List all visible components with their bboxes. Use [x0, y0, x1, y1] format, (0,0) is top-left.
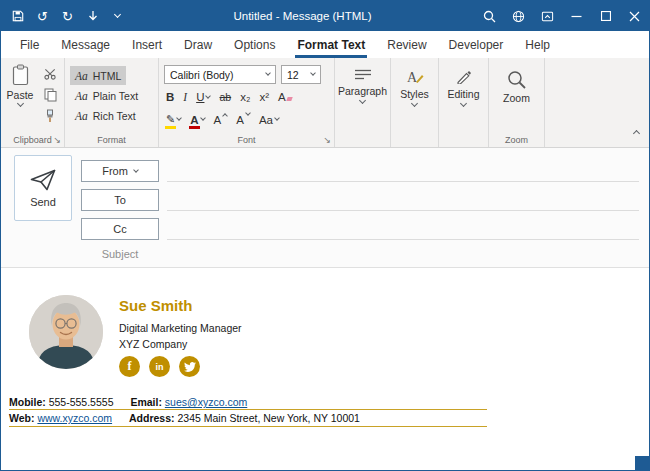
message-header: Send From To Cc Subject — [1, 148, 649, 268]
address-value: 2345 Main Street, New York, NY 10001 — [177, 412, 360, 424]
zoom-button[interactable]: Zoom — [489, 58, 544, 147]
ribbon-group-zoom: Zoom Zoom — [489, 58, 545, 147]
to-label: To — [114, 194, 126, 206]
styles-button[interactable]: A Styles — [391, 58, 438, 147]
font-color-button[interactable]: A — [190, 114, 204, 126]
ribbon-group-editing: Editing — [439, 58, 489, 147]
customize-toolbar-icon[interactable] — [105, 1, 130, 31]
format-painter-icon[interactable] — [41, 108, 59, 123]
linkedin-icon[interactable]: in — [149, 356, 170, 377]
from-field[interactable] — [167, 181, 639, 182]
undo-icon[interactable]: ↺ — [30, 1, 55, 31]
ribbon-tab-bar: File Message Insert Draw Options Format … — [1, 31, 649, 58]
tab-developer[interactable]: Developer — [438, 31, 515, 58]
paragraph-button[interactable]: Paragraph — [335, 58, 390, 147]
signature-contact-line2: Web: www.xyzco.com Address: 2345 Main St… — [9, 412, 360, 424]
ribbon-display-options-icon[interactable] — [533, 1, 562, 31]
zoom-label: Zoom — [503, 92, 530, 104]
ribbon-group-clipboard: Paste Clipboard ↘ — [1, 58, 65, 147]
ribbon-group-styles: A Styles — [391, 58, 439, 147]
tab-format-text[interactable]: Format Text — [286, 31, 376, 58]
underline-button[interactable]: U — [196, 91, 210, 103]
strikethrough-button[interactable]: ab — [219, 91, 231, 103]
cc-button[interactable]: Cc — [81, 218, 159, 240]
clipboard-dialog-launcher[interactable]: ↘ — [53, 136, 61, 145]
signature-social-icons: f in — [119, 356, 200, 377]
tab-draw[interactable]: Draw — [173, 31, 223, 58]
resize-grip[interactable] — [635, 456, 649, 470]
font-size-value: 12 — [287, 69, 299, 81]
font-size-combobox[interactable]: 12 — [281, 65, 321, 84]
font-toggle-row: B I U ab x₂ x² A — [166, 91, 292, 103]
format-plain-text-button[interactable]: Aa Plain Text — [70, 86, 143, 105]
styles-label: Styles — [400, 88, 429, 100]
superscript-button[interactable]: x² — [259, 91, 269, 103]
font-dialog-launcher[interactable]: ↘ — [323, 136, 331, 145]
outlook-message-window: ↺ ↻ Untitled - Message (HTML) — [0, 0, 650, 471]
editing-button[interactable]: Editing — [439, 58, 488, 147]
from-label: From — [102, 165, 128, 177]
cc-field[interactable] — [167, 239, 639, 240]
aa-glyph: Aa — [75, 90, 88, 102]
email-label: Email: — [130, 396, 162, 408]
facebook-icon[interactable]: f — [119, 356, 140, 377]
clear-formatting-button[interactable]: A — [278, 91, 292, 103]
clipboard-small-buttons — [41, 66, 59, 123]
window-title: Untitled - Message (HTML) — [141, 10, 464, 22]
change-case-button[interactable]: Aa — [259, 114, 279, 126]
signature-divider — [9, 409, 487, 410]
redo-icon[interactable]: ↻ — [55, 1, 80, 31]
aa-glyph: Aa — [75, 110, 88, 122]
signature-name: Sue Smith — [119, 297, 192, 314]
tab-insert[interactable]: Insert — [121, 31, 173, 58]
grow-font-button[interactable]: A — [214, 114, 228, 126]
paste-button[interactable]: Paste — [3, 64, 37, 130]
ribbon: Paste Clipboard ↘ Aa HTML — [1, 58, 649, 148]
cut-icon[interactable] — [41, 66, 59, 81]
titlebar-controls — [475, 1, 649, 31]
copy-icon[interactable] — [41, 87, 59, 102]
tab-help[interactable]: Help — [514, 31, 561, 58]
save-icon[interactable] — [5, 1, 30, 31]
maximize-button[interactable] — [591, 1, 620, 31]
to-button[interactable]: To — [81, 189, 159, 211]
tab-options[interactable]: Options — [223, 31, 286, 58]
subscript-button[interactable]: x₂ — [240, 91, 250, 103]
address-label: Address: — [129, 412, 175, 424]
search-icon[interactable] — [475, 1, 504, 31]
paragraph-label: Paragraph — [338, 85, 387, 97]
format-rich-text-button[interactable]: Aa Rich Text — [70, 106, 141, 125]
globe-icon[interactable] — [504, 1, 533, 31]
bold-button[interactable]: B — [166, 91, 174, 103]
signature-divider — [9, 426, 487, 427]
tab-message[interactable]: Message — [50, 31, 121, 58]
from-button[interactable]: From — [81, 160, 159, 182]
next-item-icon[interactable] — [80, 1, 105, 31]
to-field[interactable] — [167, 210, 639, 211]
web-link[interactable]: www.xyzco.com — [37, 412, 112, 424]
collapse-ribbon-button[interactable] — [634, 122, 639, 140]
minimize-button[interactable] — [562, 1, 591, 31]
send-button[interactable]: Send — [14, 155, 72, 221]
email-link[interactable]: sues@xyzco.com — [165, 396, 247, 408]
web-label: Web: — [9, 412, 34, 424]
twitter-icon[interactable] — [179, 356, 200, 377]
cc-label: Cc — [113, 223, 126, 235]
tab-review[interactable]: Review — [376, 31, 437, 58]
font-name-combobox[interactable]: Calibri (Body) — [164, 65, 276, 84]
format-html-button[interactable]: Aa HTML — [70, 66, 126, 85]
signature-company: XYZ Company — [119, 338, 187, 350]
italic-button[interactable]: I — [183, 91, 187, 103]
editing-pencil-icon — [456, 69, 472, 84]
subject-label[interactable]: Subject — [81, 248, 159, 260]
tab-file[interactable]: File — [9, 31, 50, 58]
shrink-font-button[interactable]: A — [236, 114, 250, 126]
paper-plane-icon — [29, 168, 57, 192]
font-name-value: Calibri (Body) — [170, 69, 234, 81]
titlebar: ↺ ↻ Untitled - Message (HTML) — [1, 1, 649, 31]
message-body[interactable]: Sue Smith Digital Marketing Manager XYZ … — [1, 269, 649, 470]
close-button[interactable] — [620, 1, 649, 31]
clipboard-icon — [11, 64, 30, 86]
text-highlight-button[interactable]: ✎ — [166, 113, 181, 126]
signature-contact-line1: Mobile: 555-555.5555 Email: sues@xyzco.c… — [9, 396, 247, 408]
